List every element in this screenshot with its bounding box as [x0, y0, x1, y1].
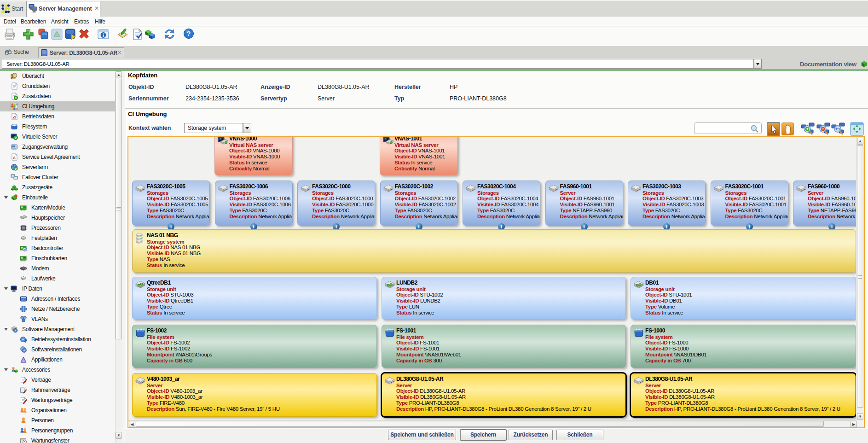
svg-text:V: V [15, 136, 17, 140]
svg-text:A: A [13, 156, 16, 160]
svg-text:?: ? [187, 30, 191, 37]
svg-text:1:1: 1:1 [835, 128, 840, 131]
svg-text:v: v [15, 167, 17, 170]
